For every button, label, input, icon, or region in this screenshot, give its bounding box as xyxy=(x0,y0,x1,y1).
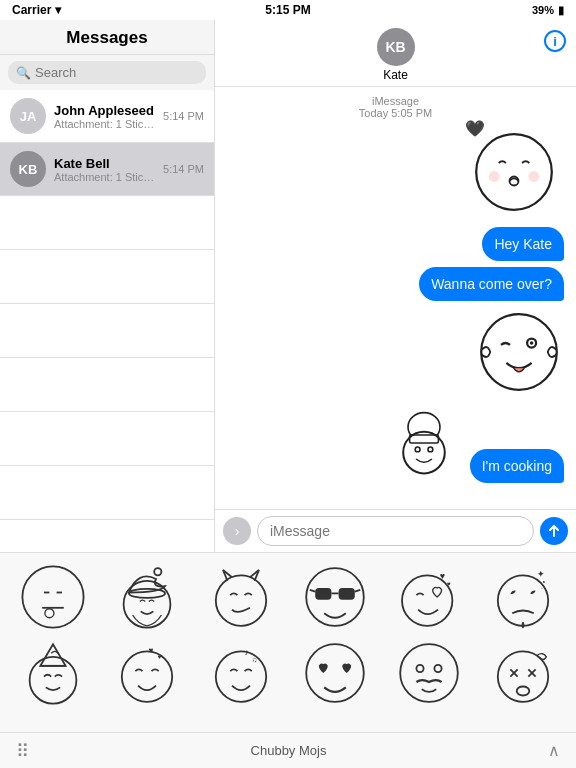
conv-name-kate: Kate Bell xyxy=(54,156,155,171)
svg-line-26 xyxy=(355,590,360,592)
chevron-up-icon[interactable]: ∧ xyxy=(548,741,560,760)
sticker-happy-hearts[interactable]: ♥ ♥ xyxy=(102,637,192,709)
conversation-item-john[interactable]: JA John Appleseed Attachment: 1 Sticker … xyxy=(0,90,214,143)
chat-avatar: KB xyxy=(377,28,415,66)
svg-text:♥: ♥ xyxy=(149,646,154,655)
sticker-music[interactable]: ♪ ♫ xyxy=(196,637,286,709)
info-button[interactable]: i xyxy=(544,30,566,52)
bubble-cooking: I'm cooking xyxy=(470,449,564,483)
svg-text:♫: ♫ xyxy=(252,655,257,664)
carrier-label: Carrier xyxy=(12,3,51,17)
send-icon xyxy=(547,524,561,538)
svg-rect-8 xyxy=(409,435,438,443)
sidebar: Messages 🔍 JA John Appleseed Attachment:… xyxy=(0,20,215,552)
svg-rect-23 xyxy=(339,588,355,600)
sticker-neutral[interactable] xyxy=(8,561,98,633)
svg-point-36 xyxy=(122,651,172,701)
message-wanna-come: Wanna come over? xyxy=(227,267,564,301)
empty-row-1 xyxy=(0,196,214,250)
apps-icon[interactable]: ⠿ xyxy=(16,740,29,762)
svg-point-10 xyxy=(415,447,420,452)
svg-point-19 xyxy=(154,568,161,575)
conversation-item-kate[interactable]: KB Kate Bell Attachment: 1 Sticker 5:14 … xyxy=(0,143,214,196)
sticker-grid: ♥ ♥ ✦ • ◦ xyxy=(0,553,576,717)
empty-row-3 xyxy=(0,304,214,358)
svg-point-27 xyxy=(402,575,452,625)
chat-contact-name: Kate xyxy=(383,68,408,82)
bubble-hey-kate: Hey Kate xyxy=(482,227,564,261)
empty-row-4 xyxy=(0,358,214,412)
svg-point-43 xyxy=(400,644,458,702)
empty-row-2 xyxy=(0,250,214,304)
battery-icon: ▮ xyxy=(558,4,564,17)
message-cooking: I'm cooking xyxy=(227,403,564,483)
conv-time-john: 5:14 PM xyxy=(163,110,204,122)
search-bar[interactable]: 🔍 xyxy=(8,61,206,84)
chat-area: KB Kate i iMessage Today 5:05 PM 🖤 xyxy=(215,20,576,552)
status-left: Carrier ▾ xyxy=(12,3,61,17)
conv-preview-kate: Attachment: 1 Sticker xyxy=(54,171,155,183)
sticker-sunglasses[interactable] xyxy=(290,561,380,633)
svg-text:♥: ♥ xyxy=(447,580,451,587)
svg-rect-22 xyxy=(315,588,331,600)
svg-point-39 xyxy=(216,651,266,701)
main-container: Messages 🔍 JA John Appleseed Attachment:… xyxy=(0,20,576,552)
svg-text:♥: ♥ xyxy=(440,571,445,581)
svg-point-51 xyxy=(517,687,530,696)
sticker-dizzy[interactable] xyxy=(478,637,568,709)
svg-text:•: • xyxy=(543,578,545,585)
status-bar: Carrier ▾ 5:15 PM 39% ▮ xyxy=(0,0,576,20)
chat-header: KB Kate i xyxy=(215,20,576,87)
chat-messages: iMessage Today 5:05 PM 🖤 xyxy=(215,87,576,509)
svg-text:♪: ♪ xyxy=(245,647,250,657)
sidebar-title: Messages xyxy=(0,20,214,55)
status-right: 39% ▮ xyxy=(532,4,564,17)
svg-point-16 xyxy=(45,609,54,618)
expand-button[interactable]: › xyxy=(223,517,251,545)
svg-line-25 xyxy=(310,590,315,592)
sticker-tray: ♥ ♥ ✦ • ◦ xyxy=(0,552,576,732)
svg-point-2 xyxy=(489,171,500,182)
sticker-wink-love[interactable]: ♥ ♥ xyxy=(384,561,474,633)
conversation-list: JA John Appleseed Attachment: 1 Sticker … xyxy=(0,90,214,552)
conv-info-kate: Kate Bell Attachment: 1 Sticker xyxy=(54,156,155,183)
svg-point-45 xyxy=(434,665,441,672)
svg-point-0 xyxy=(476,134,552,210)
send-button[interactable] xyxy=(540,517,568,545)
conv-preview-john: Attachment: 1 Sticker xyxy=(54,118,155,130)
sticker-elf[interactable] xyxy=(8,637,98,709)
svg-point-30 xyxy=(498,575,548,625)
battery-label: 39% xyxy=(532,4,554,16)
sticker-mustache[interactable] xyxy=(384,637,474,709)
sticker-kissing xyxy=(469,127,559,217)
search-input[interactable] xyxy=(35,65,198,80)
svg-point-6 xyxy=(530,342,534,346)
message-input[interactable] xyxy=(257,516,534,546)
message-sticker-1: 🖤 xyxy=(227,127,564,221)
empty-row-7 xyxy=(0,520,214,552)
message-hey-kate: Hey Kate xyxy=(227,227,564,261)
bubble-wanna-come: Wanna come over? xyxy=(419,267,564,301)
search-icon: 🔍 xyxy=(16,66,31,80)
conv-time-kate: 5:14 PM xyxy=(163,163,204,175)
status-time: 5:15 PM xyxy=(265,3,310,17)
empty-row-5 xyxy=(0,412,214,466)
sticker-devil[interactable] xyxy=(196,561,286,633)
svg-text:♥: ♥ xyxy=(158,653,162,660)
sticker-annoyed[interactable]: ✦ • ◦ xyxy=(478,561,568,633)
sticker-wink xyxy=(474,307,564,397)
svg-point-4 xyxy=(481,315,557,391)
sticker-heart-eyes[interactable] xyxy=(290,637,380,709)
svg-point-18 xyxy=(129,589,165,598)
svg-point-11 xyxy=(428,447,433,452)
empty-row-6 xyxy=(0,466,214,520)
sticker-cooking xyxy=(384,403,464,483)
svg-point-34 xyxy=(30,657,77,704)
message-sticker-2 xyxy=(227,307,564,397)
svg-point-44 xyxy=(416,665,423,672)
chat-input-area: › xyxy=(215,509,576,552)
bottom-bar: ⠿ Chubby Mojs ∧ xyxy=(0,732,576,768)
conv-name-john: John Appleseed xyxy=(54,103,155,118)
sticker-santa[interactable] xyxy=(102,561,192,633)
wifi-icon: ▾ xyxy=(55,3,61,17)
